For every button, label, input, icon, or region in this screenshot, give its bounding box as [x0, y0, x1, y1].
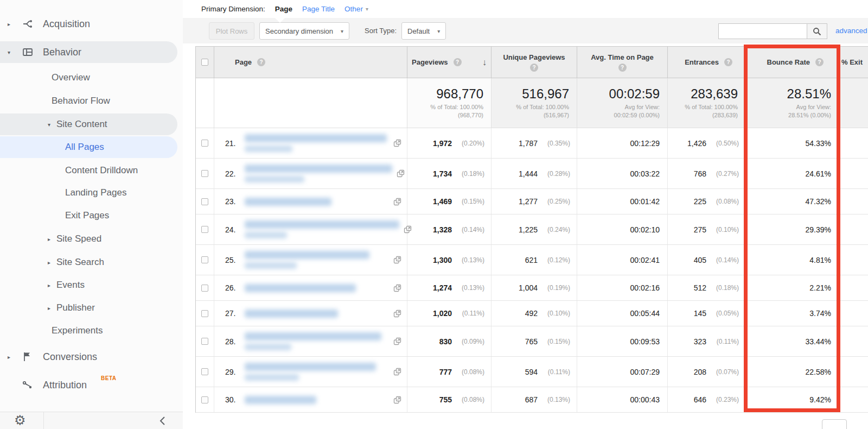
bounce-rate-cell: 2.21%	[746, 275, 839, 300]
sidebar-item-behavior[interactable]: ▾ Behavior	[0, 41, 177, 63]
redacted-text-line	[245, 176, 304, 182]
search-input[interactable]	[718, 23, 807, 39]
open-in-new-icon[interactable]	[393, 256, 401, 264]
sidebar-item-events[interactable]: ▸ Events	[0, 274, 177, 296]
page-link-redacted[interactable]	[245, 396, 389, 404]
sidebar-item-content-drilldown[interactable]: Content Drilldown	[0, 160, 177, 181]
sidebar-item-conversions[interactable]: ▸ Conversions	[0, 346, 177, 368]
help-icon[interactable]: ?	[618, 64, 627, 72]
header-unique-pageviews[interactable]: Unique Pageviews ?	[492, 47, 577, 78]
open-in-new-icon[interactable]	[393, 310, 401, 318]
chevron-right-icon: ▸	[48, 260, 50, 266]
open-in-new-icon[interactable]	[393, 337, 401, 345]
row-checkbox[interactable]	[201, 310, 208, 317]
avg-time-cell: 00:12:29	[577, 128, 668, 158]
help-icon[interactable]: ?	[454, 58, 462, 66]
sort-type-dropdown[interactable]: Default ▾	[401, 22, 446, 40]
sidebar-item-exit-pages[interactable]: Exit Pages	[0, 205, 177, 226]
summary-avg-time: 00:02:59 Avg for View: 00:02:59 (0.00%)	[577, 78, 668, 128]
sidebar-item-overview[interactable]: Overview	[0, 67, 177, 89]
header-exit[interactable]: % Exit	[839, 47, 868, 78]
tab-page[interactable]: Page	[275, 5, 292, 13]
sort-descending-icon[interactable]: ↓	[482, 58, 487, 67]
sidebar-item-site-speed[interactable]: ▸ Site Speed	[0, 228, 177, 250]
sidebar-item-site-content[interactable]: ▾ Site Content	[0, 113, 177, 135]
sidebar-item-acquisition[interactable]: ▸ Acquisition	[0, 13, 177, 35]
header-page[interactable]: Page ?	[214, 47, 407, 78]
bounce-rate-cell: 22.58%	[746, 357, 839, 387]
tab-page-title[interactable]: Page Title	[302, 5, 335, 13]
open-in-new-icon[interactable]	[393, 368, 401, 376]
search-button[interactable]	[807, 23, 827, 39]
sidebar-item-landing-pages[interactable]: Landing Pages	[0, 182, 177, 204]
page-link-redacted[interactable]	[245, 251, 389, 269]
row-checkbox[interactable]	[201, 368, 208, 375]
exit-cell	[839, 128, 868, 158]
header-entrances[interactable]: Entrances ?	[668, 47, 746, 78]
row-checkbox[interactable]	[201, 338, 208, 345]
header-pageviews[interactable]: Pageviews ? ↓	[407, 47, 492, 78]
open-in-new-icon[interactable]	[393, 198, 401, 206]
help-icon[interactable]: ?	[724, 58, 732, 66]
help-icon[interactable]: ?	[257, 58, 265, 66]
help-icon[interactable]: ?	[815, 58, 824, 66]
help-icon[interactable]: ?	[530, 64, 538, 72]
row-checkbox[interactable]	[201, 140, 208, 147]
plot-rows-button[interactable]: Plot Rows	[209, 22, 254, 40]
open-in-new-icon[interactable]	[397, 169, 405, 178]
select-all-checkbox[interactable]	[201, 59, 208, 66]
avg-time-cell: 00:02:41	[577, 245, 668, 275]
page-link-redacted[interactable]	[245, 363, 389, 381]
sidebar-item-publisher[interactable]: ▸ Publisher	[0, 297, 177, 319]
page-link-redacted[interactable]	[245, 220, 399, 238]
sidebar-item-all-pages[interactable]: All Pages	[0, 136, 177, 158]
header-bounce-rate[interactable]: Bounce Rate ?	[746, 47, 839, 78]
page-link-redacted[interactable]	[245, 284, 389, 292]
exit-cell	[839, 301, 868, 326]
sidebar-item-attribution[interactable]: Attribution BETA	[0, 374, 177, 396]
row-checkbox[interactable]	[201, 198, 208, 205]
entrances-cell: 646 (0.23%)	[668, 387, 746, 412]
pageviews-cell: 1,300 (0.13%)	[407, 245, 492, 275]
unique-pageviews-cell: 765 (0.15%)	[492, 326, 577, 356]
row-checkbox[interactable]	[201, 285, 208, 292]
redacted-text-line	[245, 344, 291, 350]
sidebar-item-label: Site Speed	[56, 234, 101, 244]
gear-icon[interactable]: ⚙	[14, 413, 26, 428]
advanced-search-link[interactable]: advanced	[835, 27, 867, 35]
sidebar-item-site-search[interactable]: ▸ Site Search	[0, 251, 177, 273]
table-row: 27. 1,020 (0.11%) 492 (0.10%) 00:05:44 1…	[196, 301, 868, 326]
page-link-redacted[interactable]	[245, 198, 389, 206]
bounce-rate-cell: 29.39%	[746, 214, 839, 244]
partial-button[interactable]	[822, 419, 847, 429]
page-cell: 27.	[214, 301, 407, 326]
summary-unique-pageviews: 516,967 % of Total: 100.00% (516,967)	[492, 78, 577, 128]
chevron-down-icon: ▾	[437, 28, 440, 34]
bounce-rate-cell: 54.33%	[746, 128, 839, 158]
row-checkbox[interactable]	[201, 170, 208, 177]
page-link-redacted[interactable]	[245, 134, 389, 152]
redacted-text-line	[245, 251, 369, 259]
sidebar-item-experiments[interactable]: Experiments	[0, 320, 177, 342]
collapse-sidebar-icon[interactable]	[158, 415, 167, 427]
row-number: 25.	[225, 256, 240, 264]
summary-exit	[839, 78, 868, 128]
secondary-dimension-dropdown[interactable]: Secondary dimension ▾	[259, 22, 349, 40]
open-in-new-icon[interactable]	[393, 396, 401, 404]
tab-other[interactable]: Other ▾	[344, 5, 368, 13]
chevron-down-icon: ▾	[341, 28, 343, 34]
row-checkbox[interactable]	[201, 226, 208, 233]
page-link-redacted[interactable]	[245, 165, 392, 182]
row-checkbox[interactable]	[201, 396, 208, 403]
open-in-new-icon[interactable]	[393, 139, 401, 147]
page-link-redacted[interactable]	[245, 310, 389, 318]
page-link-redacted[interactable]	[245, 332, 389, 350]
open-in-new-icon[interactable]	[393, 284, 401, 292]
entrances-cell: 405 (0.14%)	[668, 245, 746, 275]
entrances-cell: 1,426 (0.50%)	[668, 128, 746, 158]
row-checkbox[interactable]	[201, 256, 208, 263]
sidebar-item-behavior-flow[interactable]: Behavior Flow	[0, 90, 177, 112]
page-cell: 21.	[214, 128, 407, 158]
pageviews-cell: 1,469 (0.15%)	[407, 189, 492, 214]
header-avg-time[interactable]: Avg. Time on Page ?	[577, 47, 668, 78]
